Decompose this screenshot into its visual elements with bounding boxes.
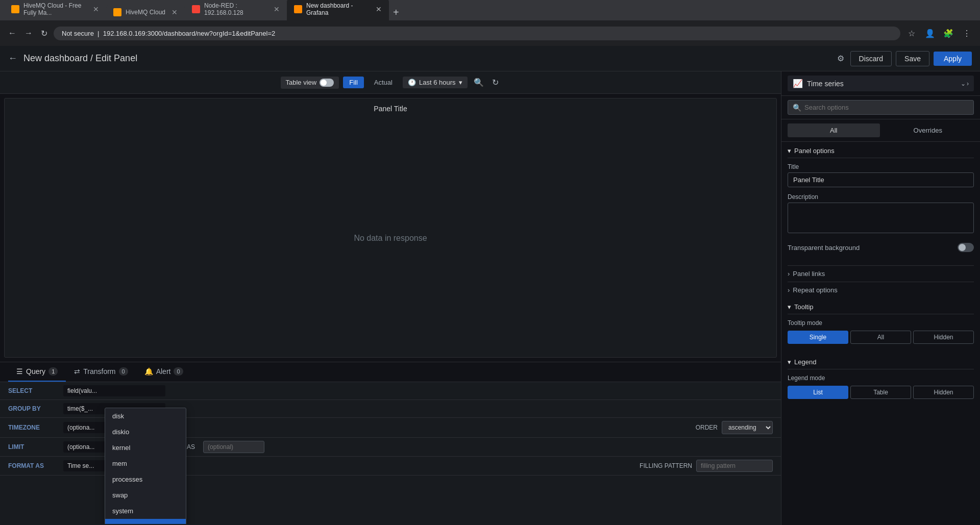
dropdown-item-system[interactable]: system <box>105 503 186 519</box>
tab-alert-badge: 0 <box>174 367 183 376</box>
new-tab-button[interactable]: + <box>389 5 403 20</box>
browser-tabs: HiveMQ Cloud - Free Fully Ma... ✕ HiveMQ… <box>0 0 980 20</box>
legend-hidden-button[interactable]: Hidden <box>913 386 974 399</box>
address-bar[interactable] <box>54 27 900 40</box>
tab-label-1: HiveMQ Cloud - Free Fully Ma... <box>23 2 87 16</box>
page-title: New dashboard / Edit Panel <box>23 53 137 64</box>
panel-links-chevron: › <box>788 270 790 278</box>
search-options-input[interactable] <box>788 100 974 115</box>
section-tooltip: ▾ Tooltip Tooltip mode Single All Hidden <box>788 298 974 349</box>
tab-transform[interactable]: ⇄ Transform 0 <box>66 362 136 382</box>
right-panel-header: 📈 Time series ⌄ › <box>781 71 980 96</box>
filling-pattern-input[interactable] <box>696 460 773 472</box>
title-input[interactable] <box>788 172 974 187</box>
table-view-label: Table view <box>286 79 317 86</box>
dropdown-item-disk[interactable]: disk <box>105 408 186 424</box>
zoom-button[interactable]: 🔍 <box>472 76 486 89</box>
center-content: Table view Fill Actual 🕐 Last 6 hours ▾ … <box>0 71 781 525</box>
description-label: Description <box>788 193 974 201</box>
tab-alert-icon: 🔔 <box>144 367 153 376</box>
time-range-picker[interactable]: 🕐 Last 6 hours ▾ <box>403 77 468 88</box>
time-icon: 🕐 <box>408 79 416 86</box>
transparent-bg-toggle[interactable] <box>958 243 974 252</box>
legend-table-button[interactable]: Table <box>850 386 911 399</box>
legend-mode-buttons: List Table Hidden <box>788 386 974 399</box>
tab-close-2[interactable]: ✕ <box>172 8 178 16</box>
tab-favicon-4 <box>294 5 302 13</box>
transparent-bg-label: Transparent background <box>788 244 860 252</box>
tab-hivemq2[interactable]: HiveMQ Cloud ✕ <box>106 4 185 20</box>
refresh-button[interactable]: ↻ <box>490 76 501 89</box>
table-view-toggle[interactable]: Table view <box>281 77 339 89</box>
dropdown-item-tank-level[interactable]: tank_level <box>105 519 186 524</box>
tab-nodered[interactable]: Node-RED : 192.168.0.128 ✕ <box>185 0 287 20</box>
order-select[interactable]: ascending descending <box>722 421 773 434</box>
dropdown-item-processes[interactable]: processes <box>105 471 186 487</box>
legend-header[interactable]: ▾ Legend <box>788 353 974 369</box>
query-value-select[interactable]: field(valu... <box>63 385 165 396</box>
format-as-dropdown: disk diskio kernel mem processes swap sy… <box>105 408 186 524</box>
discard-button[interactable]: Discard <box>850 51 892 66</box>
panel-type-icon: 📈 <box>793 79 803 88</box>
description-textarea[interactable] <box>788 203 974 233</box>
tab-query-label: Query <box>26 367 45 376</box>
table-view-dot[interactable] <box>320 79 334 87</box>
tooltip-header[interactable]: ▾ Tooltip <box>788 298 974 314</box>
panel-type-arrows: ⌄ › <box>961 80 969 87</box>
tooltip-chevron: ▾ <box>788 303 791 311</box>
menu-button[interactable]: ⋮ <box>960 26 974 40</box>
tooltip-hidden-button[interactable]: Hidden <box>913 331 974 344</box>
dropdown-item-diskio[interactable]: diskio <box>105 424 186 440</box>
bookmark-button[interactable]: ☆ <box>904 26 919 40</box>
fill-button[interactable]: Fill <box>343 77 364 88</box>
tab-grafana[interactable]: New dashboard - Grafana ✕ <box>287 0 389 20</box>
tooltip-title: Tooltip <box>794 303 814 311</box>
browser-actions: ☆ 👤 🧩 ⋮ <box>904 26 974 40</box>
search-wrapper: 🔍 <box>788 100 974 115</box>
legend-list-button[interactable]: List <box>788 386 848 399</box>
extensions-button[interactable]: 🧩 <box>941 26 955 40</box>
panel-type-label: Time series <box>807 80 957 88</box>
repeat-options-row[interactable]: › Repeat options <box>788 282 974 298</box>
profile-button[interactable]: 👤 <box>923 26 937 40</box>
tooltip-single-button[interactable]: Single <box>788 331 848 344</box>
tab-alert-label: Alert <box>156 367 171 376</box>
topbar-right: ⚙ Discard Save Apply <box>835 51 972 66</box>
alias-input[interactable] <box>203 441 264 453</box>
apply-button[interactable]: Apply <box>934 52 972 66</box>
tab-close-1[interactable]: ✕ <box>93 5 99 13</box>
tab-overrides-button[interactable]: Overrides <box>882 123 974 137</box>
query-label-timezone: TIMEZONE <box>8 424 59 431</box>
panel-visualization: Panel Title No data in response <box>4 98 777 358</box>
dropdown-item-kernel[interactable]: kernel <box>105 440 186 456</box>
tab-all-button[interactable]: All <box>788 123 880 137</box>
save-button[interactable]: Save <box>896 51 929 66</box>
tab-hivemq1[interactable]: HiveMQ Cloud - Free Fully Ma... ✕ <box>4 0 106 20</box>
panel-type-selector[interactable]: 📈 Time series ⌄ › <box>788 76 974 91</box>
tab-close-4[interactable]: ✕ <box>376 5 382 13</box>
time-range-chevron: ▾ <box>459 79 462 86</box>
dropdown-item-mem[interactable]: mem <box>105 456 186 471</box>
dropdown-item-swap[interactable]: swap <box>105 487 186 503</box>
reload-button[interactable]: ↻ <box>39 27 50 40</box>
tab-favicon-3 <box>192 5 200 13</box>
panel-options-header[interactable]: ▾ Panel options <box>788 142 974 158</box>
legend-chevron: ▾ <box>788 358 791 366</box>
back-to-dashboard-button[interactable]: ← <box>8 53 17 64</box>
tab-query[interactable]: ☰ Query 1 <box>8 362 66 382</box>
tooltip-all-button[interactable]: All <box>850 331 911 344</box>
query-tabs: ☰ Query 1 ⇄ Transform 0 🔔 Alert 0 <box>0 362 781 382</box>
tab-query-badge: 1 <box>48 367 58 376</box>
tab-close-3[interactable]: ✕ <box>274 5 280 13</box>
panel-links-row[interactable]: › Panel links <box>788 265 974 282</box>
tab-transform-icon: ⇄ <box>74 367 80 376</box>
settings-button[interactable]: ⚙ <box>835 52 846 65</box>
actual-button[interactable]: Actual <box>368 77 399 88</box>
query-label-limit: LIMIT <box>8 443 59 451</box>
forward-button[interactable]: → <box>22 27 35 40</box>
browser-bar: ← → ↻ ☆ 👤 🧩 ⋮ <box>0 20 980 46</box>
back-button[interactable]: ← <box>6 27 18 40</box>
query-label-select: SELECT <box>8 387 59 394</box>
tab-alert[interactable]: 🔔 Alert 0 <box>136 362 191 382</box>
tooltip-content: Tooltip mode Single All Hidden <box>788 314 974 349</box>
